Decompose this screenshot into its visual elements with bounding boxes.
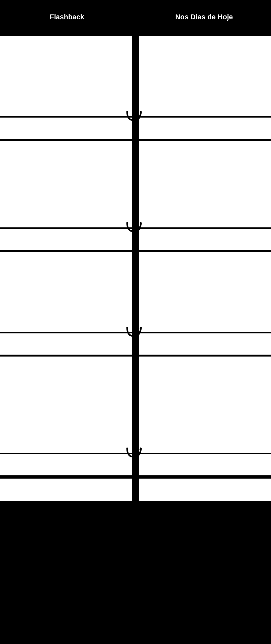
cell-flashback-short-1 [0,118,132,140]
cell-flashback-1 [0,36,132,116]
header-right: Nos Dias de Hoje [137,13,271,21]
divider-1 [132,36,136,116]
divider-3 [132,252,136,332]
cell-hoje-short-4 [139,454,271,477]
tall-row-2 [0,141,271,227]
divider-4 [132,357,136,453]
cell-hoje-short-5 [139,479,271,501]
cell-hoje-2 [139,141,271,227]
cell-hoje-3 [139,252,271,332]
cell-flashback-2 [0,141,132,227]
curved-arrow-2 [126,221,142,234]
content-area [0,34,271,644]
section-group-2 [0,139,271,250]
section-group-3 [0,250,271,355]
curved-arrow-1 [126,110,142,122]
divider-short-5 [132,479,136,501]
hoje-title: Nos Dias de Hoje [175,13,233,21]
header: Flashback Nos Dias de Hoje [0,0,271,34]
section-group-4 [0,355,271,475]
divider-2 [132,141,136,227]
section-group-1 [0,34,271,139]
cell-hoje-short-2 [139,229,271,251]
arrow-container-1 [126,110,142,122]
cell-flashback-short-4 [0,454,132,477]
cell-hoje-1 [139,36,271,116]
curved-arrow-3 [126,326,142,338]
arrow-container-4 [126,447,142,459]
flashback-title: Flashback [50,13,84,21]
tall-row-4 [0,357,271,453]
short-row-5 [0,477,271,500]
cell-flashback-short-2 [0,229,132,251]
curved-arrow-4 [126,447,142,459]
cell-flashback-4 [0,357,132,453]
tall-row-3 [0,252,271,332]
arrow-container-2 [126,222,142,233]
cell-flashback-short-3 [0,333,132,356]
cell-hoje-short-3 [139,333,271,356]
cell-flashback-short-5 [0,479,132,501]
arrow-container-3 [126,326,142,338]
cell-hoje-short-1 [139,118,271,140]
tall-row-1 [0,36,271,116]
header-left: Flashback [0,13,134,21]
cell-hoje-4 [139,357,271,453]
cell-flashback-3 [0,252,132,332]
section-group-5 [0,475,271,500]
